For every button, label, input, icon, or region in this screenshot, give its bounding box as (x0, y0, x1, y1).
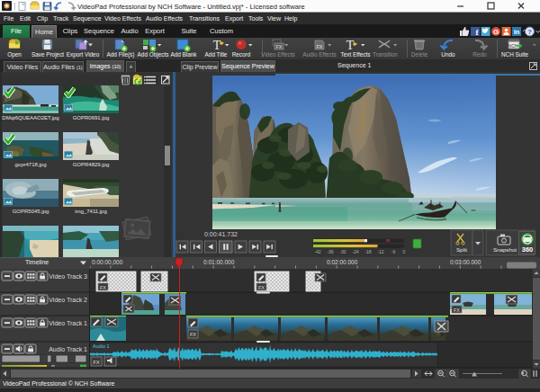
svg-text:Video Track 2: Video Track 2 (49, 297, 87, 303)
svg-text:Split: Split (456, 246, 467, 253)
svg-text:FX: FX (190, 332, 196, 337)
svg-text:G: G (493, 28, 499, 36)
svg-text:360: 360 (522, 245, 534, 254)
svg-text:0:00:00,000: 0:00:00,000 (92, 259, 123, 265)
svg-text:Video Track 1: Video Track 1 (49, 320, 87, 326)
svg-text:0: 0 (403, 249, 406, 254)
svg-text:FX: FX (316, 44, 322, 49)
svg-text:FX: FX (275, 44, 282, 49)
svg-text:-36: -36 (327, 249, 333, 254)
svg-text:FX: FX (100, 285, 106, 290)
svg-text:T: T (213, 39, 221, 52)
svg-text:?: ? (527, 28, 532, 36)
svg-text:Snapshot: Snapshot (493, 246, 517, 253)
svg-text:»: » (533, 41, 536, 47)
svg-text:FX: FX (258, 285, 265, 290)
svg-text:FX: FX (93, 360, 100, 365)
svg-text:FX: FX (454, 307, 460, 313)
svg-text:0:03:00.000: 0:03:00.000 (450, 259, 482, 265)
svg-text:-18: -18 (364, 249, 371, 254)
svg-text:Audio Track 1: Audio Track 1 (49, 346, 87, 352)
svg-text:0:02:00.000: 0:02:00.000 (327, 259, 358, 265)
svg-text:Audio 1: Audio 1 (93, 343, 110, 349)
svg-text:T: T (346, 39, 355, 52)
svg-text:0:01:00.000: 0:01:00.000 (203, 259, 235, 265)
svg-text:-30: -30 (339, 249, 346, 254)
svg-text:-12: -12 (377, 249, 383, 254)
svg-text:-42: -42 (314, 249, 320, 254)
svg-text:in: in (514, 28, 520, 36)
svg-text:-6: -6 (392, 249, 396, 254)
svg-text:Video Track 3: Video Track 3 (49, 273, 87, 280)
svg-text:-24: -24 (352, 249, 358, 254)
